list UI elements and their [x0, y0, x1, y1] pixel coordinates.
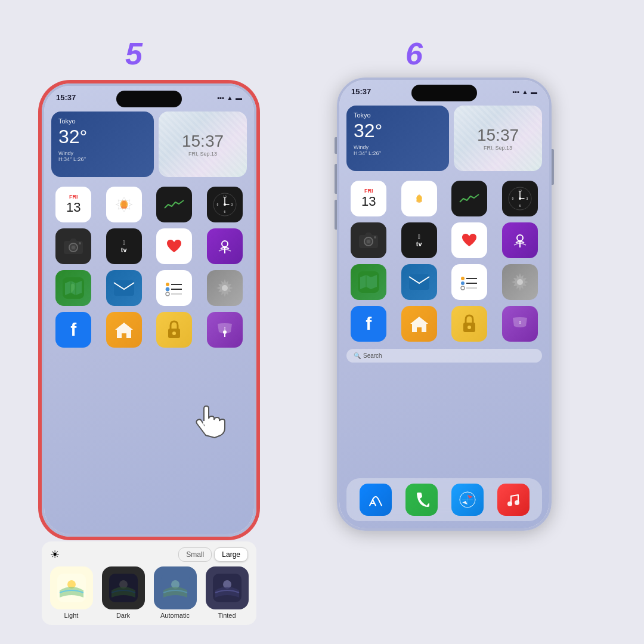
- dynamic-island-1: [116, 91, 182, 107]
- clock-widget-2: 15:37 FRI, Sep.13: [454, 106, 542, 171]
- search-label: Search: [363, 352, 382, 359]
- search-icon-2: 🔍: [354, 352, 361, 359]
- app-item-reminders[interactable]: [152, 270, 197, 306]
- icon-auto-label: Automatic: [160, 612, 190, 619]
- app-item-podcasts[interactable]: [203, 228, 247, 264]
- pearl-date-2: FRI, Sep.13: [477, 145, 519, 151]
- app-item-calendar[interactable]: FRI 13: [51, 187, 96, 222]
- app-item-2-appletv[interactable]:  tv: [397, 222, 442, 258]
- size-buttons: Small Large: [178, 547, 248, 562]
- phone-1-screen: 15:37 ▪▪▪ ▲ ▬ Tokyo 32° Wi: [44, 86, 254, 534]
- app-item-stocks[interactable]: [152, 187, 197, 222]
- size-large-button[interactable]: Large: [214, 547, 248, 562]
- icon-auto-preview: [154, 566, 197, 609]
- icon-tinted-label: Tinted: [218, 612, 236, 619]
- app-item-2-stocks[interactable]: [447, 181, 492, 216]
- dock-phone[interactable]: [405, 484, 438, 516]
- main-container: 5 6 15:37 ▪▪▪ ▲ ▬: [0, 0, 644, 644]
- app-item-clock[interactable]: 12 3 6 9: [203, 187, 247, 222]
- dock-safari[interactable]: [451, 484, 484, 516]
- power-button: [256, 155, 259, 191]
- app-item-camera[interactable]: [51, 228, 96, 264]
- signal-icon: ▪▪▪: [217, 94, 224, 101]
- widgets-row-2: Tokyo 32° Windy H:34° L:26° 15:37 FRI, S…: [339, 101, 549, 176]
- status-icons-2: ▪▪▪ ▲ ▬: [512, 88, 537, 95]
- weather-temp-1: 32°: [58, 126, 147, 148]
- svg-marker-77: [467, 495, 473, 499]
- app-item-2-mail[interactable]: [397, 264, 442, 300]
- svg-point-11: [224, 203, 226, 206]
- weather-wind-1: Windy H:34° L:26°: [58, 150, 147, 162]
- clock-widget-1: 15:37 FRI, Sep.13: [159, 112, 247, 177]
- power-button-2: [552, 149, 554, 185]
- app-item-2-beeper[interactable]: !: [498, 306, 543, 342]
- app-item-beeper[interactable]: !: [203, 312, 247, 348]
- svg-point-59: [374, 236, 376, 239]
- app-item-2-health[interactable]: [447, 222, 492, 258]
- app-item-home[interactable]: [102, 312, 147, 348]
- signal-icon-2: ▪▪▪: [512, 88, 519, 95]
- svg-point-26: [166, 287, 169, 291]
- app-item-2-passwords[interactable]: [447, 306, 492, 342]
- weather-city-2: Tokyo: [354, 112, 442, 119]
- icon-selector-header: ☀ Small Large: [48, 547, 250, 562]
- weather-wind-2: Windy H:34° L:26°: [354, 144, 442, 156]
- svg-point-66: [461, 277, 465, 280]
- hand-cursor: [185, 394, 233, 441]
- icon-selector-panel: ☀ Small Large: [42, 541, 256, 625]
- svg-rect-23: [114, 280, 134, 296]
- phone-2: 15:37 ▪▪▪ ▲ ▬ Tokyo 32° Wi: [337, 78, 552, 531]
- svg-text:!: !: [519, 320, 521, 325]
- app-item-maps[interactable]: [51, 270, 96, 306]
- sun-icon: ☀: [50, 548, 60, 561]
- app-item-2-calendar[interactable]: FRI 13: [346, 181, 391, 216]
- search-bar[interactable]: 🔍 Search: [346, 349, 542, 363]
- svg-text:!: !: [224, 326, 225, 331]
- icon-option-tinted[interactable]: Tinted: [206, 566, 249, 619]
- app-item-2-reminders[interactable]: [447, 264, 492, 300]
- app-item-appletv[interactable]:  tv: [102, 228, 147, 264]
- svg-text:9: 9: [216, 203, 218, 206]
- svg-text:3: 3: [231, 203, 233, 206]
- icon-option-dark[interactable]: Dark: [102, 566, 145, 619]
- app-item-settings[interactable]: [203, 270, 247, 306]
- icon-option-automatic[interactable]: Automatic: [154, 566, 197, 619]
- app-item-2-settings[interactable]: [498, 264, 543, 300]
- size-small-button[interactable]: Small: [178, 547, 212, 562]
- status-time-1: 15:37: [56, 93, 76, 102]
- app-item-photos[interactable]: [102, 187, 147, 222]
- app-item-2-facebook[interactable]: f: [346, 306, 391, 342]
- app-item-2-camera[interactable]: [346, 222, 391, 258]
- icon-options: Light Dark: [48, 566, 250, 619]
- dock-music[interactable]: [497, 484, 530, 516]
- dock-appstore[interactable]: [360, 484, 392, 516]
- step-number-5: 5: [125, 36, 143, 72]
- step-number-6: 6: [405, 36, 423, 72]
- svg-point-54: [519, 197, 521, 200]
- pearl-date-1: FRI, Sep.13: [182, 151, 224, 157]
- app-item-2-clock[interactable]: 12 3 6 9: [498, 181, 543, 216]
- weather-temp-2: 32°: [354, 120, 442, 142]
- pearl-time-2: 15:37: [477, 126, 519, 145]
- svg-point-82: [515, 500, 519, 505]
- app-item-2-podcasts[interactable]: [498, 222, 543, 258]
- app-item-mail[interactable]: [102, 270, 147, 306]
- app-item-health[interactable]: [152, 228, 197, 264]
- icon-option-light[interactable]: Light: [50, 566, 93, 619]
- icon-dark-preview: [102, 566, 145, 609]
- svg-text:3: 3: [526, 197, 528, 200]
- wifi-icon-2: ▲: [522, 88, 528, 95]
- battery-icon-2: ▬: [531, 88, 537, 95]
- app-item-passwords[interactable]: [152, 312, 197, 348]
- svg-point-81: [507, 501, 512, 506]
- svg-point-61: [517, 235, 523, 241]
- app-item-2-maps[interactable]: [346, 264, 391, 300]
- app-item-2-home[interactable]: [397, 306, 442, 342]
- weather-widget-2: Tokyo 32° Windy H:34° L:26°: [346, 106, 449, 171]
- phone-1: 15:37 ▪▪▪ ▲ ▬ Tokyo 32° Wi: [42, 83, 256, 537]
- icon-tinted-preview: [206, 566, 249, 609]
- app-item-2-photos[interactable]: [397, 181, 442, 216]
- app-item-facebook[interactable]: f: [51, 312, 96, 348]
- status-time-2: 15:37: [351, 87, 371, 96]
- svg-point-16: [79, 242, 81, 244]
